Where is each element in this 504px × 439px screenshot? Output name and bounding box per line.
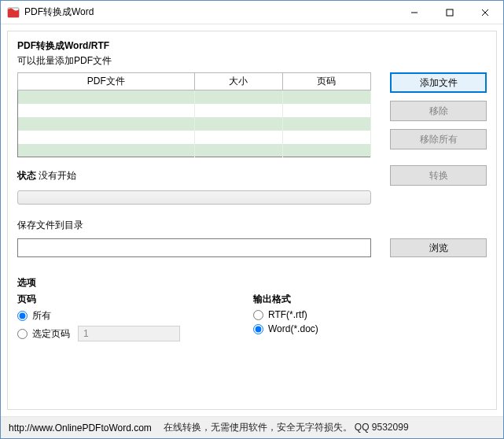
window-title: PDF转换成Word <box>24 6 396 19</box>
status-value: 没有开始 <box>39 170 76 181</box>
save-path-input[interactable] <box>17 238 371 257</box>
window-controls <box>396 1 503 24</box>
footer-text: 在线转换，无需使用软件，安全无字符损失。 QQ 9532099 <box>164 421 409 434</box>
statusbar: http://www.OnlinePDFtoWord.com 在线转换，无需使用… <box>1 416 503 438</box>
table-row <box>18 144 371 157</box>
panel-title: PDF转换成Word/RTF <box>17 39 487 53</box>
svg-rect-2 <box>447 9 453 16</box>
convert-button[interactable]: 转换 <box>390 165 487 186</box>
progress-bar <box>17 190 371 205</box>
col-pages[interactable]: 页码 <box>282 73 370 90</box>
format-doc-label: Word(*.doc) <box>268 323 318 334</box>
pages-all-label: 所有 <box>32 309 51 323</box>
table-row <box>18 104 371 117</box>
pages-select-input[interactable] <box>17 329 28 339</box>
app-icon <box>7 6 20 19</box>
titlebar: PDF转换成Word <box>1 1 503 24</box>
maximize-button[interactable] <box>432 1 467 24</box>
table-row <box>18 131 371 144</box>
pages-select-radio[interactable]: 选定页码 <box>17 326 253 341</box>
minimize-button[interactable] <box>396 1 432 24</box>
close-button[interactable] <box>467 1 503 24</box>
pages-range-input <box>78 326 180 341</box>
format-rtf-label: RTF(*.rtf) <box>268 309 307 320</box>
options-title: 选项 <box>17 276 487 290</box>
remove-button[interactable]: 移除 <box>390 101 487 121</box>
footer-url[interactable]: http://www.OnlinePDFtoWord.com <box>9 422 152 433</box>
status-text: 状态 没有开始 <box>17 169 371 183</box>
pages-all-input[interactable] <box>17 311 28 321</box>
browse-button[interactable]: 浏览 <box>390 238 487 257</box>
format-doc-input[interactable] <box>253 324 263 334</box>
pages-select-label: 选定页码 <box>32 327 70 341</box>
remove-all-button[interactable]: 移除所有 <box>390 129 487 149</box>
save-label: 保存文件到目录 <box>17 219 487 232</box>
format-rtf-radio[interactable]: RTF(*.rtf) <box>253 309 487 320</box>
file-table[interactable]: PDF文件 大小 页码 <box>17 72 371 157</box>
table-row <box>18 90 371 104</box>
pages-title: 页码 <box>17 293 253 306</box>
format-doc-radio[interactable]: Word(*.doc) <box>253 323 487 334</box>
panel-subtitle: 可以批量添加PDF文件 <box>17 54 487 68</box>
col-file[interactable]: PDF文件 <box>18 73 195 90</box>
col-size[interactable]: 大小 <box>194 73 282 90</box>
add-file-button[interactable]: 添加文件 <box>390 72 487 93</box>
status-label: 状态 <box>17 170 36 181</box>
table-row <box>18 117 371 131</box>
format-rtf-input[interactable] <box>253 310 263 320</box>
pages-all-radio[interactable]: 所有 <box>17 309 253 323</box>
format-title: 输出格式 <box>253 293 487 306</box>
main-panel: PDF转换成Word/RTF 可以批量添加PDF文件 PDF文件 大小 页码 <box>7 31 497 410</box>
